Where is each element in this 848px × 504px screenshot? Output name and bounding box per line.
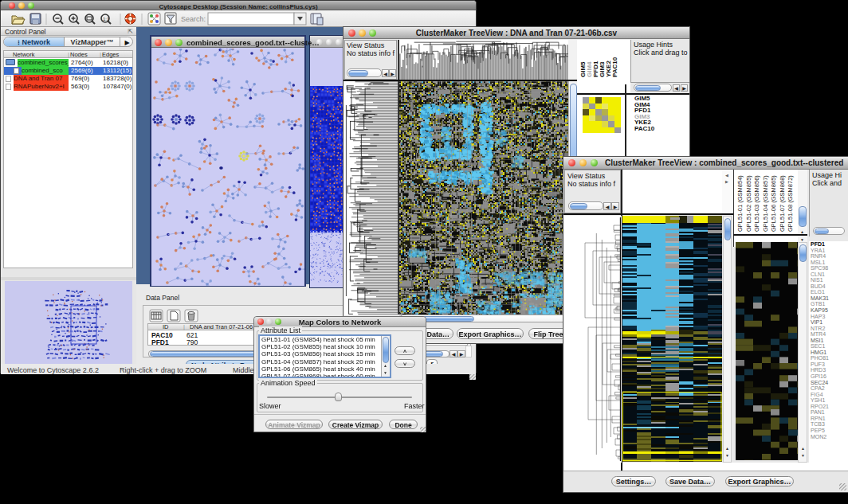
svg-text:1:1: 1:1 [103, 17, 110, 21]
svg-text:Search:: Search: [181, 15, 206, 23]
